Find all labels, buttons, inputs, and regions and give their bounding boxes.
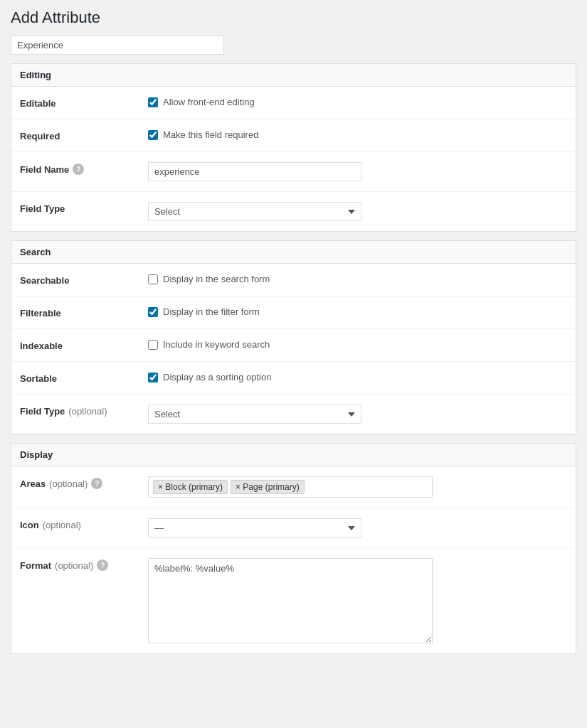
areas-row: Areas (optional) ? × Block (primary) × P… [11, 466, 576, 508]
areas-label: Areas (optional) ? [20, 476, 148, 489]
editable-control: Allow front-end editing [148, 97, 567, 107]
tag-block-primary-text: × Block (primary) [158, 482, 223, 492]
filterable-checkbox-label[interactable]: Display in the filter form [148, 306, 260, 317]
format-textarea[interactable]: %label%: %value% [148, 558, 433, 643]
editing-field-type-control: Select [148, 202, 567, 221]
tag-block-primary[interactable]: × Block (primary) [153, 480, 228, 494]
indexable-row: Indexable Include in keyword search [11, 329, 576, 362]
editable-checkbox[interactable] [148, 97, 158, 107]
field-name-input[interactable] [148, 162, 361, 181]
format-label: Format (optional) ? [20, 558, 148, 571]
field-name-control [148, 162, 567, 181]
sortable-control: Display as a sorting option [148, 372, 567, 382]
display-section-body: Areas (optional) ? × Block (primary) × P… [11, 466, 576, 653]
field-name-help-icon[interactable]: ? [73, 164, 84, 175]
page-wrapper: Add Attribute Editing Editable Allow fro… [0, 0, 587, 671]
editable-label: Editable [20, 97, 148, 109]
field-name-row: Field Name ? [11, 152, 576, 192]
sortable-checkbox[interactable] [148, 373, 158, 382]
format-control: %label%: %value% [148, 558, 567, 643]
indexable-checkbox[interactable] [148, 340, 158, 350]
display-section: Display Areas (optional) ? × Block (prim… [11, 443, 576, 654]
editing-section-header: Editing [11, 64, 576, 87]
editing-section: Editing Editable Allow front-end editing… [11, 63, 576, 232]
required-label: Required [20, 129, 148, 141]
indexable-label: Indexable [20, 339, 148, 351]
required-control: Make this field required [148, 129, 567, 140]
search-field-type-optional: (optional) [68, 406, 107, 417]
search-section-body: Searchable Display in the search form Fi… [11, 264, 576, 434]
editing-section-body: Editable Allow front-end editing Require… [11, 87, 576, 231]
search-field-type-select[interactable]: Select [148, 405, 361, 424]
icon-label: Icon (optional) [20, 518, 148, 530]
areas-tags-container[interactable]: × Block (primary) × Page (primary) [148, 476, 433, 498]
editing-field-type-select[interactable]: Select [148, 202, 361, 221]
required-checkbox-label[interactable]: Make this field required [148, 129, 258, 140]
filterable-control: Display in the filter form [148, 306, 567, 317]
search-field-type-label: Field Type (optional) [20, 405, 148, 417]
searchable-checkbox-text: Display in the search form [163, 274, 270, 284]
editing-field-type-row: Field Type Select [11, 192, 576, 231]
filterable-label: Filterable [20, 306, 148, 318]
sortable-checkbox-label[interactable]: Display as a sorting option [148, 372, 271, 382]
format-help-icon[interactable]: ? [97, 560, 108, 571]
tag-page-primary[interactable]: × Page (primary) [231, 480, 305, 494]
editable-checkbox-text: Allow front-end editing [163, 97, 255, 107]
editing-field-type-label: Field Type [20, 202, 148, 214]
indexable-checkbox-label[interactable]: Include in keyword search [148, 339, 270, 350]
icon-optional: (optional) [43, 520, 81, 530]
page-title: Add Attribute [11, 9, 576, 27]
areas-help-icon[interactable]: ? [91, 478, 102, 489]
icon-select[interactable]: — [148, 518, 361, 537]
required-row: Required Make this field required [11, 119, 576, 152]
filterable-checkbox[interactable] [148, 307, 158, 317]
searchable-checkbox[interactable] [148, 274, 158, 284]
areas-optional: (optional) [49, 478, 88, 489]
icon-control: — [148, 518, 567, 537]
sortable-label: Sortable [20, 372, 148, 384]
filterable-checkbox-text: Display in the filter form [163, 306, 260, 317]
editable-row: Editable Allow front-end editing [11, 87, 576, 119]
required-checkbox-text: Make this field required [163, 129, 258, 140]
display-section-header: Display [11, 444, 576, 466]
format-row: Format (optional) ? %label%: %value% [11, 548, 576, 653]
search-field-type-control: Select [148, 405, 567, 424]
sortable-checkbox-text: Display as a sorting option [163, 372, 271, 382]
editable-checkbox-label[interactable]: Allow front-end editing [148, 97, 255, 107]
search-section: Search Searchable Display in the search … [11, 240, 576, 434]
tag-page-primary-text: × Page (primary) [236, 482, 300, 492]
indexable-control: Include in keyword search [148, 339, 567, 350]
searchable-label: Searchable [20, 274, 148, 286]
search-field-type-row: Field Type (optional) Select [11, 395, 576, 434]
format-optional: (optional) [55, 560, 93, 571]
icon-row: Icon (optional) — [11, 508, 576, 548]
filterable-row: Filterable Display in the filter form [11, 296, 576, 329]
searchable-checkbox-label[interactable]: Display in the search form [148, 274, 270, 284]
searchable-row: Searchable Display in the search form [11, 264, 576, 296]
field-name-label: Field Name ? [20, 162, 148, 175]
searchable-control: Display in the search form [148, 274, 567, 284]
sortable-row: Sortable Display as a sorting option [11, 362, 576, 395]
attribute-name-input[interactable] [11, 36, 224, 55]
search-section-header: Search [11, 241, 576, 264]
areas-control: × Block (primary) × Page (primary) [148, 476, 567, 498]
required-checkbox[interactable] [148, 130, 158, 140]
indexable-checkbox-text: Include in keyword search [163, 339, 270, 350]
